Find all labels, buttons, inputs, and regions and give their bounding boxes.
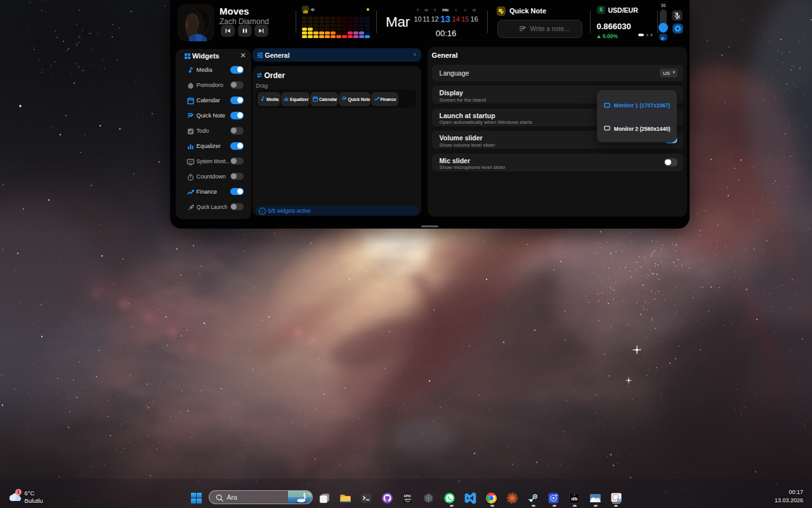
svg-text:db: db xyxy=(572,495,578,501)
svg-text:GAMES: GAMES xyxy=(404,498,412,500)
svg-text:EPIC: EPIC xyxy=(404,494,412,498)
